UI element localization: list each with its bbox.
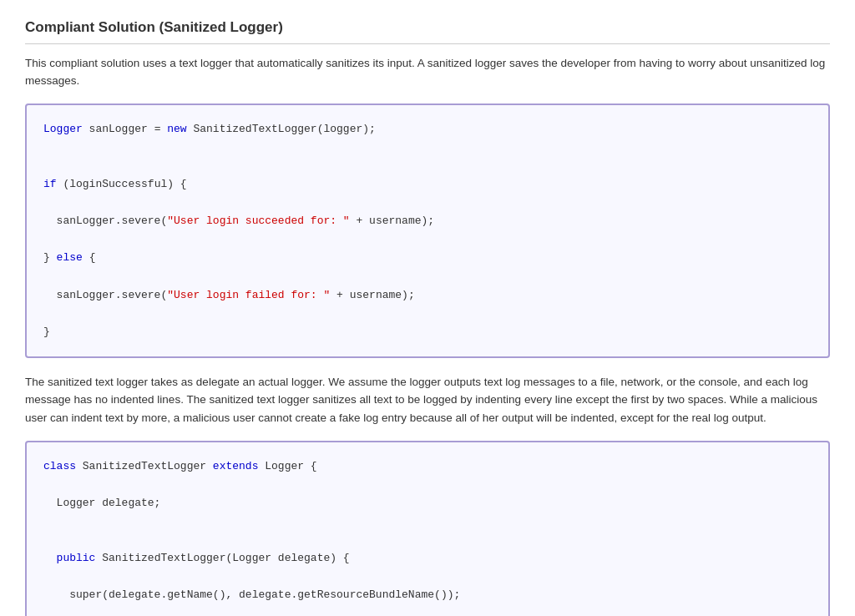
code-block-1: Logger sanLogger = new SanitizedTextLogg… bbox=[25, 104, 830, 358]
code-block-2: class SanitizedTextLogger extends Logger… bbox=[25, 441, 830, 616]
description-1: This compliant solution uses a text logg… bbox=[25, 54, 830, 90]
description-2: The sanitized text logger takes as deleg… bbox=[25, 373, 830, 427]
section-title: Compliant Solution (Sanitized Logger) bbox=[25, 17, 830, 44]
